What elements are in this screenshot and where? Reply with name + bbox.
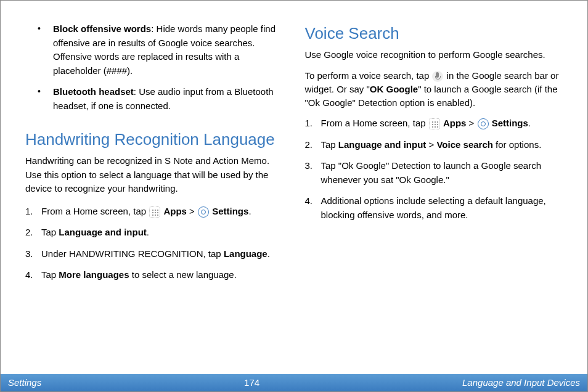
left-column: • Block offensive words: Hide words many… <box>25 22 284 290</box>
section-heading-handwriting: Handwriting Recognition Language <box>25 128 284 150</box>
bullet-item: • Block offensive words: Hide words many… <box>25 22 284 78</box>
list-item: 4. Tap More languages to select a new la… <box>25 268 284 282</box>
list-item: 4. Additional options include selecting … <box>305 194 563 222</box>
list-item: 3. Under HANDWRITING RECOGNITION, tap La… <box>25 247 284 261</box>
settings-icon <box>198 206 209 218</box>
bullet-text: Block offensive words: Hide words many p… <box>53 22 284 78</box>
step-num: 1. <box>25 205 41 219</box>
step-num: 3. <box>25 247 41 261</box>
list-item: 1. From a Home screen, tap Apps > Settin… <box>25 205 284 219</box>
apps-icon <box>429 118 440 129</box>
list-item: 3. Tap "Ok Google" Detection to launch a… <box>305 159 563 187</box>
step-num: 3. <box>305 159 321 187</box>
step-text: From a Home screen, tap Apps > Settings. <box>41 205 284 219</box>
intro-text: Handwriting can be recognized in S Note … <box>25 154 284 196</box>
step-text: Under HANDWRITING RECOGNITION, tap Langu… <box>41 247 284 261</box>
footer-right: Language and Input Devices <box>462 376 580 390</box>
step-text: Tap Language and input. <box>41 226 284 240</box>
section-heading-voice-search: Voice Search <box>305 22 563 44</box>
intro-text: Use Google voice recognition to perform … <box>305 48 563 62</box>
apps-label: Apps <box>163 206 187 216</box>
step-num: 4. <box>25 268 41 282</box>
footer-left: Settings <box>8 376 41 390</box>
bullet-icon: • <box>38 85 53 113</box>
list-item: 2. Tap Language and input > Voice search… <box>305 138 563 152</box>
bullet-label: Block offensive words <box>53 23 151 34</box>
step-num: 2. <box>25 226 41 240</box>
bullet-list: • Block offensive words: Hide words many… <box>25 22 284 113</box>
settings-label: Settings <box>492 118 528 128</box>
steps-list: 1. From a Home screen, tap Apps > Settin… <box>25 205 284 282</box>
step-text: From a Home screen, tap Apps > Settings. <box>321 116 563 131</box>
settings-icon <box>478 118 489 129</box>
step-num: 4. <box>305 194 321 222</box>
list-item: 1. From a Home screen, tap Apps > Settin… <box>305 116 563 131</box>
page-content: • Block offensive words: Hide words many… <box>1 1 587 290</box>
page-number: 174 <box>244 376 259 390</box>
list-item: 2. Tap Language and input. <box>25 226 284 240</box>
voice-instructions: To perform a voice search, tap in the Go… <box>305 69 563 109</box>
step-text: Tap More languages to select a new langu… <box>41 268 284 282</box>
bullet-text: Bluetooth headset: Use audio input from … <box>53 85 284 113</box>
settings-label: Settings <box>212 206 248 216</box>
bullet-label: Bluetooth headset <box>53 86 134 97</box>
bullet-icon: • <box>38 22 53 78</box>
step-text: Additional options include selecting a d… <box>321 194 563 222</box>
step-num: 2. <box>305 138 321 152</box>
step-text: Tap Language and input > Voice search fo… <box>321 138 563 152</box>
step-text: Tap "Ok Google" Detection to launch a Go… <box>321 159 563 187</box>
apps-icon <box>149 206 160 218</box>
right-column: Voice Search Use Google voice recognitio… <box>305 22 563 290</box>
page-footer: Settings 174 Language and Input Devices <box>1 374 587 391</box>
step-num: 1. <box>305 116 321 131</box>
apps-label: Apps <box>443 118 467 128</box>
mic-icon <box>432 71 443 82</box>
steps-list: 1. From a Home screen, tap Apps > Settin… <box>305 116 563 222</box>
bullet-item: • Bluetooth headset: Use audio input fro… <box>25 85 284 113</box>
